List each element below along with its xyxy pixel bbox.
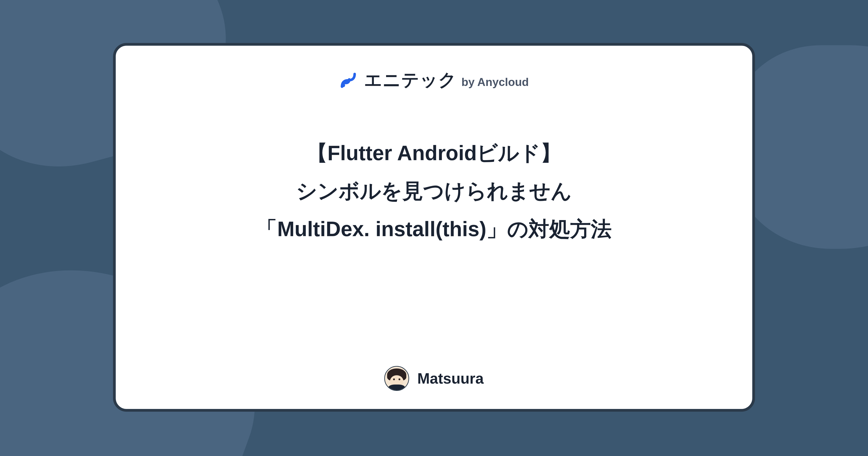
logo-container: エニテック by Anycloud	[339, 68, 529, 92]
svg-point-0	[341, 83, 345, 87]
rss-icon	[339, 71, 358, 89]
title-line-3: 「MultiDex. install(this)」の対処方法	[256, 213, 612, 245]
author-avatar	[384, 366, 409, 391]
brand-name: エニテック	[364, 70, 457, 90]
author-name: Matsuura	[417, 370, 484, 387]
title-line-1: 【Flutter Androidビルド】	[256, 137, 612, 169]
article-card: エニテック by Anycloud 【Flutter Androidビルド】 シ…	[113, 43, 755, 412]
author-section: Matsuura	[384, 366, 484, 391]
logo-text-group: エニテック by Anycloud	[364, 68, 529, 92]
title-line-2: シンボルを見つけられません	[256, 175, 612, 206]
brand-suffix: by Anycloud	[461, 76, 529, 88]
article-title: 【Flutter Androidビルド】 シンボルを見つけられません 「Mult…	[256, 137, 612, 366]
